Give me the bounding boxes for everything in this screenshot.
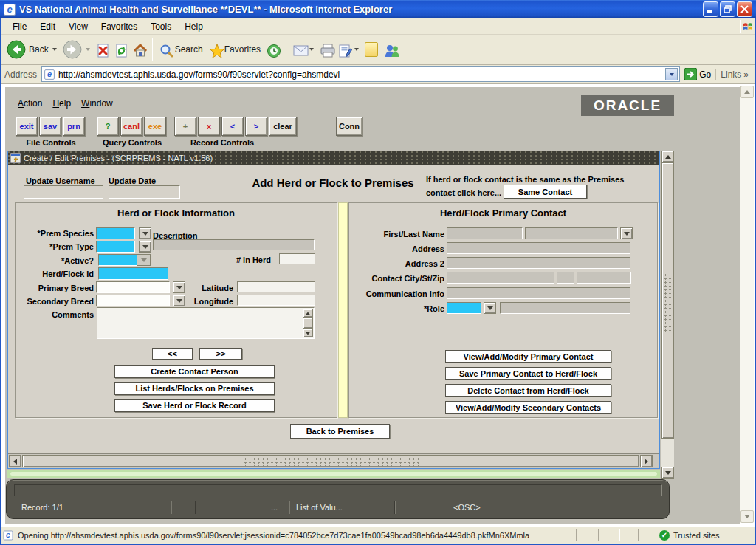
vertical-scrollbar-thumb[interactable]	[662, 162, 674, 439]
herd-flock-id-field[interactable]	[98, 267, 168, 280]
execute-query-button[interactable]: exe	[144, 117, 166, 136]
minimize-button[interactable]	[703, 1, 718, 17]
prem-type-field[interactable]	[96, 241, 135, 253]
mail-dropdown-icon[interactable]	[309, 48, 314, 51]
forward-button[interactable]	[60, 36, 93, 63]
form-window-icon	[10, 153, 21, 163]
status-message: Opening http://ahsmdevtest.aphis.usda.go…	[18, 531, 529, 540]
view-secondary-contacts-button[interactable]: View/Add/Modify Secondary Contacts	[445, 401, 611, 414]
home-button[interactable]	[130, 36, 148, 63]
links-chevron-icon[interactable]: »	[743, 69, 749, 80]
comments-field[interactable]	[97, 307, 315, 339]
mail-button[interactable]	[290, 36, 317, 63]
active-dropdown-button[interactable]	[137, 254, 151, 266]
role-dropdown-button[interactable]	[484, 302, 496, 314]
close-button[interactable]	[737, 1, 752, 17]
enter-query-button[interactable]: ?	[97, 117, 119, 136]
print-form-button[interactable]: prn	[63, 117, 85, 136]
comments-scroll-down-button[interactable]	[303, 329, 313, 337]
links-bar[interactable]: Links »	[715, 69, 753, 80]
edit-dropdown-icon[interactable]	[354, 48, 359, 51]
primary-breed-field[interactable]	[96, 281, 170, 293]
clear-record-button[interactable]: clear	[269, 117, 297, 136]
longitude-field[interactable]	[237, 295, 315, 306]
search-button[interactable]: Search	[157, 36, 206, 63]
back-dropdown-icon[interactable]	[52, 48, 57, 51]
menu-tools[interactable]: Tools	[144, 19, 178, 34]
back-to-premises-button[interactable]: Back to Premises	[290, 424, 390, 439]
scroll-left-button[interactable]	[9, 455, 21, 467]
address-input[interactable]: http://ahsmdevtest.aphis.usda.gov/forms9…	[41, 66, 680, 82]
latitude-field[interactable]	[237, 281, 315, 292]
restore-button[interactable]	[720, 1, 735, 17]
print-button[interactable]	[317, 36, 335, 63]
conn-button[interactable]: Conn	[336, 117, 362, 136]
primary-breed-dropdown-button[interactable]	[173, 281, 185, 293]
form-window-titlebar[interactable]: Create / Edit Premises - (SCRPREMS - NAT…	[8, 151, 659, 165]
save-primary-contact-button[interactable]: Save Primary Contact to Herd/Flock	[445, 367, 611, 380]
save-button[interactable]: sav	[39, 117, 61, 136]
comments-scroll-up-button[interactable]	[303, 309, 313, 318]
exit-button[interactable]: exit	[16, 117, 38, 136]
scroll-up-button[interactable]	[662, 151, 674, 162]
name-dropdown-button[interactable]	[620, 227, 633, 239]
form-window-title: Create / Edit Premises - (SCRPREMS - NAT…	[24, 154, 213, 162]
active-label: *Active?	[11, 256, 94, 265]
titlebar[interactable]: VS National Animal Health and Surveillan…	[0, 0, 756, 18]
go-button[interactable]: Go	[680, 68, 715, 80]
prem-species-field[interactable]	[96, 227, 135, 239]
comments-scrollbar-thumb[interactable]	[303, 318, 313, 329]
secondary-breed-dropdown-button[interactable]	[173, 295, 185, 306]
view-primary-contact-button[interactable]: View/Add/Modify Primary Contact	[445, 350, 611, 363]
menu-favorites[interactable]: Favorites	[94, 19, 144, 34]
last-name-field	[525, 227, 618, 239]
links-label: Links	[721, 69, 741, 80]
form-horizontal-scrollbar[interactable]	[8, 453, 659, 468]
previous-record-button[interactable]: <	[221, 117, 244, 136]
oracle-menu-window[interactable]: Window	[78, 98, 117, 109]
address-url[interactable]: http://ahsmdevtest.aphis.usda.gov/forms9…	[58, 69, 662, 80]
oracle-menu-action[interactable]: Action	[14, 98, 46, 109]
horizontal-scrollbar-thumb[interactable]	[22, 455, 639, 467]
role-field[interactable]	[447, 302, 481, 314]
page-scroll-down-button[interactable]	[740, 510, 754, 523]
cancel-query-button[interactable]: canl	[120, 117, 142, 136]
active-field[interactable]	[98, 254, 137, 266]
messenger-button[interactable]	[381, 36, 399, 63]
stop-button[interactable]	[93, 36, 111, 63]
in-herd-field[interactable]	[279, 253, 315, 264]
refresh-button[interactable]	[111, 36, 130, 63]
next-herd-button[interactable]: >>	[199, 348, 242, 360]
menu-edit[interactable]: Edit	[33, 19, 62, 34]
prem-type-label: *Prem Type	[11, 242, 94, 251]
delete-record-button[interactable]: x	[198, 117, 220, 136]
forward-dropdown-icon[interactable]	[86, 48, 90, 51]
menu-file[interactable]: File	[6, 19, 33, 34]
back-button[interactable]: Back	[4, 36, 60, 63]
menu-view[interactable]: View	[62, 19, 94, 34]
favorites-button[interactable]: Favorites	[206, 36, 264, 63]
scroll-down-button[interactable]	[662, 467, 674, 479]
create-contact-person-button[interactable]: Create Contact Person	[114, 365, 275, 378]
prem-species-dropdown-button[interactable]	[139, 227, 151, 239]
secondary-breed-field[interactable]	[96, 295, 170, 306]
save-herd-record-button[interactable]: Save Herd or Flock Record	[114, 399, 275, 412]
page-scroll-up-button[interactable]	[740, 86, 754, 98]
form-vertical-scrollbar[interactable]	[662, 151, 674, 479]
discuss-button[interactable]	[362, 36, 381, 63]
list-herds-flocks-button[interactable]: List Herds/Flocks on Premises	[114, 382, 275, 395]
file-controls-label: File Controls	[16, 138, 86, 147]
edit-button[interactable]	[335, 36, 362, 63]
same-contact-button[interactable]: Same Contact	[504, 185, 587, 199]
scroll-right-button[interactable]	[640, 455, 653, 467]
browser-vertical-scrollbar[interactable]	[740, 86, 754, 523]
delete-contact-button[interactable]: Delete Contact from Herd/Flock	[445, 384, 611, 397]
address-dropdown-button[interactable]	[665, 68, 678, 80]
prev-herd-button[interactable]: <<	[152, 348, 193, 360]
add-record-button[interactable]: +	[174, 117, 196, 136]
next-record-button[interactable]: >	[245, 117, 267, 136]
menu-help[interactable]: Help	[178, 19, 210, 34]
prem-type-dropdown-button[interactable]	[139, 241, 151, 253]
oracle-menu-help[interactable]: Help	[49, 98, 75, 109]
history-button[interactable]	[264, 36, 282, 63]
